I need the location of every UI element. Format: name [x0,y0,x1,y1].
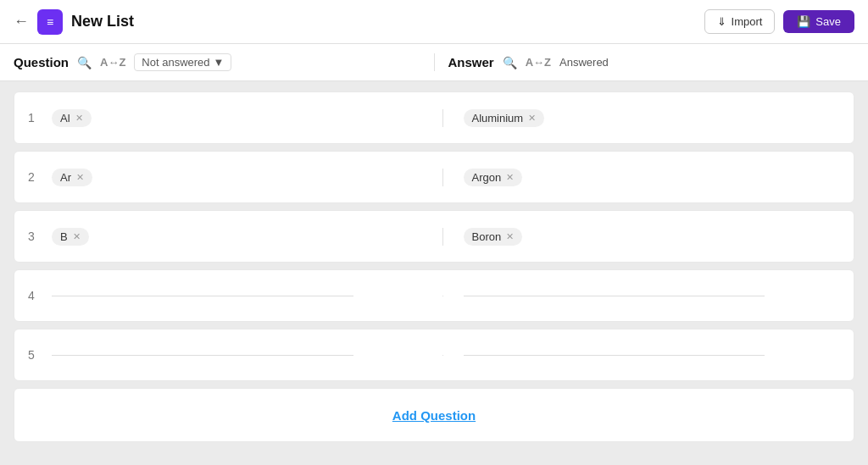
table-row: 5 [14,329,854,381]
add-question-button[interactable]: Add Question [392,408,476,423]
table-row: 2 Ar ✕ Argon ✕ [14,151,854,203]
question-column-header: Question 🔍 A↔Z Not answered ▼ [14,53,435,71]
row-number: 5 [28,348,52,362]
answer-sort-icon[interactable]: A↔Z [526,56,551,69]
remove-tag-icon[interactable]: ✕ [528,113,536,124]
import-button[interactable]: ⇓ Import [704,9,776,34]
question-cell: B ✕ [52,228,443,246]
answer-tag[interactable]: Aluminium ✕ [464,109,545,127]
answer-filter-label: Answered [559,56,609,69]
question-tag[interactable]: Ar ✕ [52,169,92,186]
answer-cell: Argon ✕ [443,169,841,186]
answer-column-header: Answer 🔍 A↔Z Answered [435,55,855,69]
page-title: New List [71,13,134,30]
answer-tag[interactable]: Argon ✕ [464,169,523,186]
question-cell[interactable] [52,355,443,356]
header: ← ≡ New List ⇓ Import 💾 Save [0,0,868,44]
answer-cell: Aluminium ✕ [443,109,841,127]
answer-title: Answer [448,55,494,69]
remove-tag-icon[interactable]: ✕ [73,231,81,242]
question-cell: Al ✕ [52,109,443,127]
chevron-down-icon: ▼ [214,56,225,69]
add-question-card[interactable]: Add Question [14,388,854,442]
question-cell[interactable] [52,296,443,296]
question-title: Question [14,55,69,69]
column-headers: Question 🔍 A↔Z Not answered ▼ Answer 🔍 A… [0,44,868,81]
row-number: 1 [28,111,52,125]
save-icon: 💾 [797,15,810,28]
answer-cell: Boron ✕ [443,228,841,246]
question-cell: Ar ✕ [52,169,443,186]
header-left: ← ≡ New List [14,9,696,35]
answer-search-icon[interactable]: 🔍 [503,56,517,69]
save-button[interactable]: 💾 Save [783,10,854,33]
question-search-icon[interactable]: 🔍 [77,56,92,69]
table-row: 1 Al ✕ Aluminium ✕ [14,91,854,144]
table-row: 4 [14,269,854,322]
question-sort-icon[interactable]: A↔Z [100,56,125,69]
app-icon: ≡ [37,9,63,35]
table-row: 3 B ✕ Boron ✕ [14,210,854,263]
remove-tag-icon[interactable]: ✕ [75,113,83,124]
import-icon: ⇓ [717,15,726,28]
back-button[interactable]: ← [14,13,29,30]
remove-tag-icon[interactable]: ✕ [506,172,514,183]
question-tag[interactable]: Al ✕ [52,109,92,127]
row-number: 3 [28,230,52,243]
content-area: 1 Al ✕ Aluminium ✕ 2 Ar ✕ Argon ✕ [0,81,868,465]
header-right: ⇓ Import 💾 Save [704,9,854,34]
answer-cell[interactable] [443,355,841,356]
row-number: 2 [28,170,52,184]
remove-tag-icon[interactable]: ✕ [506,231,514,242]
answer-cell[interactable] [443,296,841,296]
answer-tag[interactable]: Boron ✕ [464,228,523,246]
row-number: 4 [28,289,52,302]
remove-tag-icon[interactable]: ✕ [76,172,84,183]
question-tag[interactable]: B ✕ [52,228,89,246]
question-filter-button[interactable]: Not answered ▼ [134,53,231,71]
